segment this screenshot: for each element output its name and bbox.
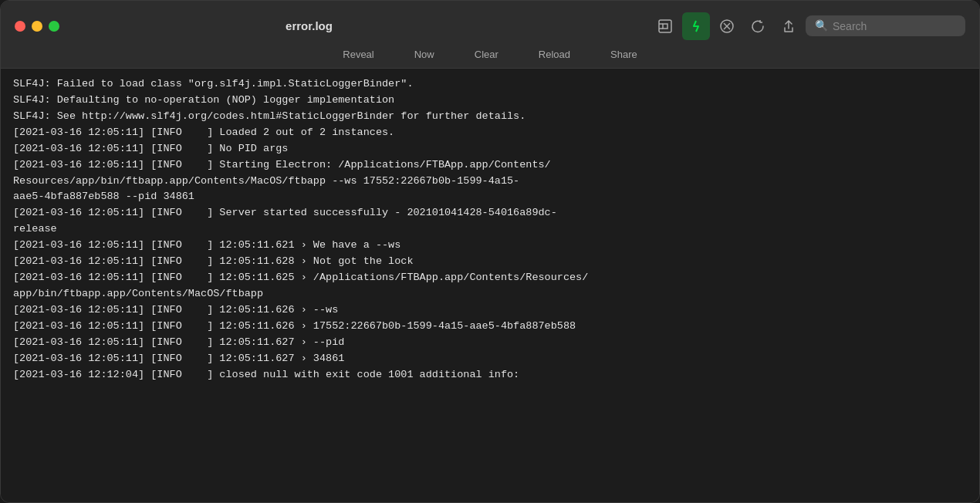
- log-content: SLF4J: Failed to load class "org.slf4j.i…: [1, 69, 979, 502]
- reveal-icon-button[interactable]: [651, 12, 679, 40]
- reveal-label-button[interactable]: Reveal: [336, 46, 380, 63]
- toolbar-labels: Reveal Now Clear Reload Share: [1, 40, 979, 68]
- titlebar: error.log: [1, 1, 979, 69]
- share-icon-button[interactable]: [775, 12, 803, 40]
- now-label-button[interactable]: Now: [408, 46, 441, 63]
- search-box[interactable]: 🔍: [806, 15, 965, 36]
- svg-rect-0: [659, 20, 671, 32]
- search-icon: 🔍: [815, 19, 828, 32]
- search-input[interactable]: [833, 20, 956, 32]
- now-icon-button[interactable]: [682, 12, 710, 40]
- share-label-button[interactable]: Share: [604, 46, 644, 63]
- reload-label-button[interactable]: Reload: [532, 46, 576, 63]
- main-window: error.log: [0, 0, 980, 503]
- reload-icon-button[interactable]: [744, 12, 772, 40]
- window-title: error.log: [0, 19, 651, 32]
- log-text: SLF4J: Failed to load class "org.slf4j.i…: [13, 76, 967, 383]
- titlebar-top: error.log: [1, 1, 979, 40]
- clear-icon-button[interactable]: [713, 12, 741, 40]
- toolbar-actions: 🔍: [651, 12, 965, 40]
- clear-label-button[interactable]: Clear: [468, 46, 505, 63]
